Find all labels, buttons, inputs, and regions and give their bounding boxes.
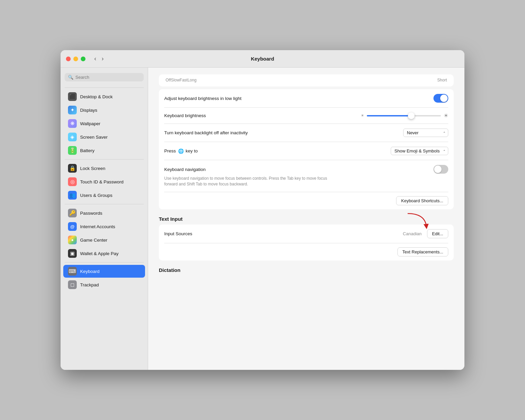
press-key-row: Press 🌐 key to Show Emoji & Symbols Chan… (164, 142, 448, 160)
sidebar-item-lockscreen[interactable]: 🔒 Lock Screen (63, 162, 145, 175)
sidebar-item-gamecenter[interactable]: ● Game Center (63, 234, 145, 246)
users-icon: 👥 (68, 191, 77, 200)
forward-button[interactable]: › (100, 55, 106, 63)
globe-icon: 🌐 (178, 148, 184, 154)
sidebar-item-wallpaper[interactable]: ❋ Wallpaper (63, 117, 145, 130)
input-sources-label: Input Sources (164, 231, 192, 236)
sidebar-label-keyboard: Keyboard (80, 269, 100, 274)
touchid-icon: ◎ (68, 177, 77, 186)
keyboard-icon: ⌨ (68, 267, 77, 276)
sidebar-label-users: Users & Groups (80, 193, 112, 198)
brightness-slider-control: ☀ ☀ (361, 112, 448, 119)
trackpad-icon: ◻ (68, 280, 77, 289)
sidebar-item-internet[interactable]: @ Internet Accounts (63, 220, 145, 233)
backlight-control: Never After 5 seconds After 10 seconds A… (403, 129, 448, 137)
sidebar-label-gamecenter: Game Center (80, 238, 107, 243)
brightness-low-icon: ☀ (361, 113, 364, 118)
sidebar-label-wallpaper: Wallpaper (80, 121, 100, 126)
keyboard-brightness-row: Keyboard brightness ☀ ☀ (164, 108, 448, 124)
search-bar[interactable]: 🔍 (65, 73, 144, 81)
sidebar: 🔍 ⬛ Desktop & Dock ✦ Displays ❋ Wallpape… (61, 68, 148, 370)
sidebar-item-displays[interactable]: ✦ Displays (63, 104, 145, 116)
toggle-knob (440, 95, 448, 102)
toggle-knob-nav (434, 166, 442, 173)
sidebar-divider-2 (65, 204, 144, 204)
backlight-dropdown[interactable]: Never After 5 seconds After 10 seconds A… (403, 129, 448, 137)
search-input[interactable] (75, 75, 140, 80)
press-key-control: Show Emoji & Symbols Change Input Source… (391, 147, 448, 155)
label-long: Long (187, 78, 197, 82)
press-key-label: Press 🌐 key to (164, 148, 198, 154)
press-key-dropdown[interactable]: Show Emoji & Symbols Change Input Source… (391, 147, 448, 155)
sidebar-divider-3 (65, 262, 144, 262)
wallpaper-icon: ❋ (68, 119, 77, 128)
titlebar: ‹ › Keyboard (61, 50, 464, 68)
sidebar-label-desktop-dock: Desktop & Dock (80, 94, 113, 99)
sidebar-item-passwords[interactable]: 🔑 Passwords (63, 207, 145, 219)
adjust-brightness-control (433, 94, 448, 103)
label-off: Off (166, 78, 171, 82)
adjust-brightness-label: Adjust keyboard brightness in low light (164, 96, 242, 101)
sidebar-label-screensaver: Screen Saver (80, 135, 108, 140)
system-preferences-window: ‹ › Keyboard 🔍 ⬛ Desktop & Dock ✦ Displa… (61, 50, 464, 370)
adjust-brightness-toggle[interactable] (433, 94, 448, 103)
text-input-box: Input Sources (159, 224, 454, 260)
sidebar-label-displays: Displays (80, 108, 97, 113)
sidebar-label-wallet: Wallet & Apple Pay (80, 251, 118, 256)
minimize-button[interactable] (73, 57, 78, 61)
keyboard-shortcuts-button[interactable]: Keyboard Shortcuts... (396, 196, 448, 205)
content-area: 🔍 ⬛ Desktop & Dock ✦ Displays ❋ Wallpape… (61, 68, 464, 370)
keyboard-navigation-description: Use keyboard navigation to move focus be… (164, 176, 339, 187)
search-icon: 🔍 (68, 75, 73, 80)
internet-icon: @ (68, 222, 77, 231)
brightness-high-icon: ☀ (444, 112, 448, 119)
sidebar-item-users[interactable]: 👥 Users & Groups (63, 189, 145, 202)
keyboard-navigation-label: Keyboard navigation (164, 167, 206, 172)
text-replacements-row: Text Replacements... (164, 243, 448, 260)
passwords-icon: 🔑 (68, 209, 77, 217)
turn-off-backlight-label: Turn keyboard backlight off after inacti… (164, 130, 248, 135)
traffic-lights (66, 57, 85, 61)
dictation-header: Dictation (159, 267, 454, 273)
brightness-slider-track[interactable] (367, 115, 441, 116)
close-button[interactable] (66, 57, 71, 61)
keyboard-navigation-toggle[interactable] (433, 165, 448, 174)
press-key-dropdown-wrapper: Show Emoji & Symbols Change Input Source… (391, 147, 448, 155)
wallet-icon: ▣ (68, 249, 77, 258)
sidebar-item-trackpad[interactable]: ◻ Trackpad (63, 278, 145, 291)
sidebar-item-desktop-dock[interactable]: ⬛ Desktop & Dock (63, 90, 145, 103)
settings-panel: Off Slow Fast Long Short Adjust keyboard… (148, 68, 464, 282)
sidebar-divider-top (65, 88, 144, 88)
gamecenter-icon: ● (68, 236, 77, 244)
sidebar-item-wallet[interactable]: ▣ Wallet & Apple Pay (63, 247, 145, 260)
brightness-slider-thumb[interactable] (408, 112, 415, 119)
sidebar-divider-mid (65, 159, 144, 160)
slider-labels: Off Slow Fast Long Short (164, 78, 448, 82)
sidebar-item-keyboard[interactable]: ⌨ Keyboard (63, 265, 145, 278)
input-sources-row: Input Sources (164, 224, 448, 243)
lockscreen-icon: 🔒 (68, 164, 77, 173)
top-slider-section: Off Slow Fast Long Short (159, 74, 454, 86)
text-replacements-button[interactable]: Text Replacements... (397, 247, 448, 256)
sidebar-label-battery: Battery (80, 148, 95, 153)
keyboard-navigation-top: Keyboard navigation (164, 165, 448, 174)
desktop-dock-icon: ⬛ (68, 92, 77, 101)
sidebar-item-battery[interactable]: 🔋 Battery (63, 144, 145, 157)
backlight-dropdown-wrapper: Never After 5 seconds After 10 seconds A… (403, 129, 448, 137)
back-button[interactable]: ‹ (92, 55, 98, 63)
turn-off-backlight-row: Turn keyboard backlight off after inacti… (164, 124, 448, 142)
label-slow: Slow (171, 78, 180, 82)
maximize-button[interactable] (81, 57, 85, 61)
sidebar-label-internet: Internet Accounts (80, 224, 115, 229)
text-input-section: Text Input Input Sources (159, 216, 454, 273)
keyboard-brightness-label: Keyboard brightness (164, 113, 206, 118)
displays-icon: ✦ (68, 106, 77, 114)
input-sources-control: Canadian Edit... (403, 229, 448, 238)
brightness-slider-fill (367, 115, 411, 116)
adjust-brightness-row: Adjust keyboard brightness in low light (164, 89, 448, 108)
sidebar-item-screensaver[interactable]: ◈ Screen Saver (63, 131, 145, 143)
sidebar-item-touchid[interactable]: ◎ Touch ID & Password (63, 175, 145, 188)
label-short: Short (437, 78, 447, 82)
window-title: Keyboard (251, 56, 274, 62)
screensaver-icon: ◈ (68, 133, 77, 141)
